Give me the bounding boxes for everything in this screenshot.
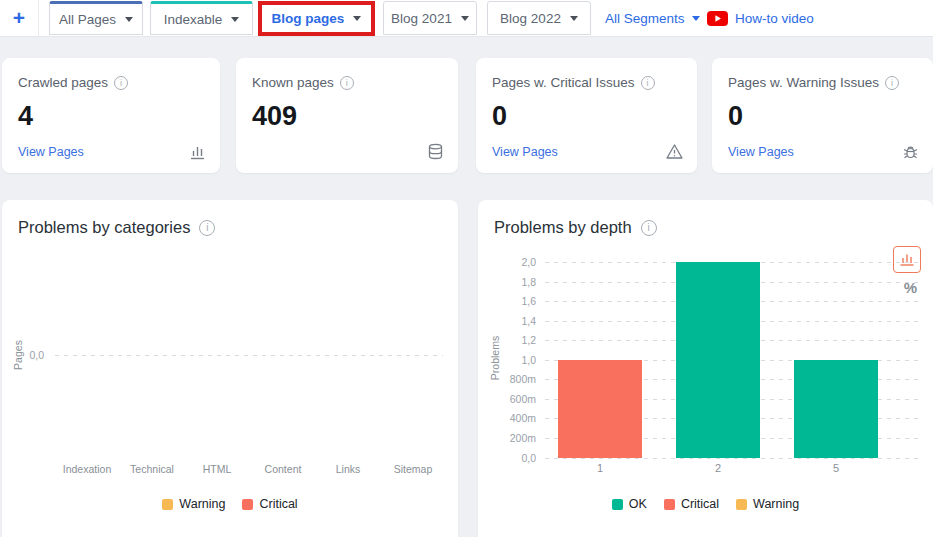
card-value: 0 <box>728 101 743 132</box>
gridline <box>55 355 443 356</box>
card-known-pages: Known pages 409 <box>236 58 458 173</box>
card-title-text: Pages w. Critical Issues <box>492 75 635 90</box>
add-segment-button[interactable]: + <box>0 0 38 36</box>
legend-item[interactable]: Warning <box>162 497 225 511</box>
y-tick-label: 1,2 <box>492 334 536 346</box>
chevron-down-icon <box>353 16 361 21</box>
all-segments-dropdown[interactable]: All Segments <box>605 0 700 36</box>
y-tick-label: 1,0 <box>492 354 536 366</box>
chevron-down-icon <box>231 17 239 22</box>
card-value: 4 <box>18 101 33 132</box>
tab-label: Blog 2021 <box>391 11 452 26</box>
chart-legend: OKCriticalWarning <box>478 497 933 511</box>
y-tick-label: 0,0 <box>492 452 536 464</box>
card-title-text: Pages w. Warning Issues <box>728 75 879 90</box>
tab-all-pages[interactable]: All Pages <box>49 1 143 35</box>
y-tick-label: 800m <box>492 373 536 385</box>
tab-blog-2021[interactable]: Blog 2021 <box>383 1 477 35</box>
chart-bar-depth-2 <box>676 262 760 458</box>
y-tick-label: 0,0 <box>0 349 44 361</box>
category-label: Links <box>336 463 361 475</box>
legend-label: Warning <box>179 497 225 511</box>
y-tick-label: 2,0 <box>492 256 536 268</box>
view-pages-link[interactable]: View Pages <box>18 145 84 159</box>
chevron-down-icon <box>692 16 700 21</box>
tab-blog-2022[interactable]: Blog 2022 <box>487 1 591 35</box>
chart-legend: WarningCritical <box>2 497 458 511</box>
legend-item[interactable]: Critical <box>664 497 719 511</box>
tab-label: Blog 2022 <box>500 11 561 26</box>
annotation-red-box: Blog pages <box>258 1 375 36</box>
card-critical-issues: Pages w. Critical Issues 0 View Pages <box>476 58 697 173</box>
info-icon[interactable] <box>340 76 354 90</box>
warning-triangle-icon <box>665 142 684 161</box>
tab-label: All Pages <box>59 12 116 27</box>
y-tick-label: 1,6 <box>492 295 536 307</box>
y-tick-label: 400m <box>492 412 536 424</box>
card-warning-issues: Pages w. Warning Issues 0 View Pages <box>712 58 933 173</box>
youtube-icon <box>707 11 728 26</box>
legend-swatch <box>162 499 173 510</box>
legend-item[interactable]: Critical <box>242 497 297 511</box>
y-tick-label: 600m <box>492 393 536 405</box>
category-label: Technical <box>130 463 174 475</box>
chart-bar-depth-5 <box>794 360 878 458</box>
how-to-video-label: How-to video <box>735 11 814 26</box>
legend-swatch <box>736 499 747 510</box>
card-crawled-pages: Crawled pages 4 View Pages <box>2 58 220 173</box>
legend-label: Critical <box>259 497 297 511</box>
y-tick-label: 1,4 <box>492 315 536 327</box>
tab-indexable[interactable]: Indexable <box>150 1 253 35</box>
all-segments-label: All Segments <box>605 11 685 26</box>
card-title: Crawled pages <box>18 75 128 90</box>
tab-label: Indexable <box>164 12 223 27</box>
card-title-text: Crawled pages <box>18 75 108 90</box>
info-icon[interactable] <box>885 76 899 90</box>
chevron-down-icon <box>125 17 133 22</box>
segments-tab-bar: + All Pages Indexable Blog pages Blog 20… <box>0 0 933 37</box>
panel-problems-by-categories: Problems by categories Pages 0,0 Indexat… <box>2 200 458 537</box>
view-pages-link[interactable]: View Pages <box>728 145 794 159</box>
tab-label: Blog pages <box>272 11 345 26</box>
legend-item[interactable]: Warning <box>736 497 799 511</box>
gridline <box>545 458 918 459</box>
card-title: Known pages <box>252 75 354 90</box>
legend-label: Critical <box>681 497 719 511</box>
chevron-down-icon <box>570 16 578 21</box>
category-label: HTML <box>203 463 232 475</box>
info-icon[interactable] <box>114 76 128 90</box>
divider <box>38 0 39 36</box>
bar-chart-icon <box>188 142 207 161</box>
view-pages-link[interactable]: View Pages <box>492 145 558 159</box>
card-title: Pages w. Critical Issues <box>492 75 655 90</box>
legend-label: OK <box>629 497 647 511</box>
legend-label: Warning <box>753 497 799 511</box>
category-label: Sitemap <box>394 463 433 475</box>
site-audit-dashboard: + All Pages Indexable Blog pages Blog 20… <box>0 0 933 537</box>
chart-bar-depth-1 <box>558 360 642 458</box>
category-label: Indexation <box>63 463 111 475</box>
bug-icon <box>901 142 920 161</box>
categories-chart: Pages 0,0 IndexationTechnicalHTMLContent… <box>2 200 458 537</box>
category-label: Content <box>265 463 302 475</box>
card-title-text: Known pages <box>252 75 334 90</box>
x-tick-label: 2 <box>715 462 721 474</box>
info-icon[interactable] <box>641 76 655 90</box>
legend-swatch <box>664 499 675 510</box>
card-title: Pages w. Warning Issues <box>728 75 899 90</box>
legend-swatch <box>242 499 253 510</box>
how-to-video-link[interactable]: How-to video <box>707 0 814 36</box>
panel-problems-by-depth: Problems by depth % Problems OKCriticalW… <box>478 200 933 537</box>
y-tick-label: 1,8 <box>492 276 536 288</box>
legend-item[interactable]: OK <box>612 497 647 511</box>
legend-swatch <box>612 499 623 510</box>
database-icon <box>426 142 445 161</box>
card-value: 409 <box>252 101 297 132</box>
tab-blog-pages[interactable]: Blog pages <box>262 5 371 32</box>
y-tick-label: 200m <box>492 432 536 444</box>
depth-chart: Problems OKCriticalWarning 2,01,81,61,41… <box>478 200 933 537</box>
card-value: 0 <box>492 101 507 132</box>
x-tick-label: 1 <box>597 462 603 474</box>
x-tick-label: 5 <box>833 462 839 474</box>
chevron-down-icon <box>461 16 469 21</box>
